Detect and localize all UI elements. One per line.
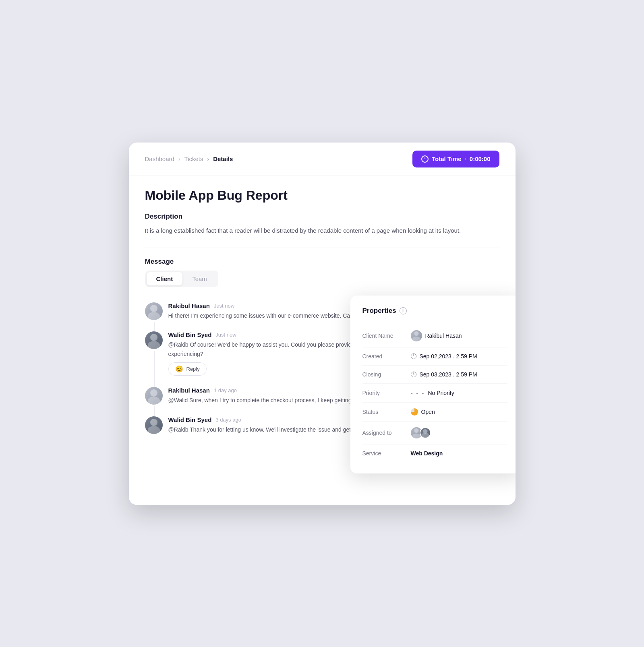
prop-priority-text: No Priority	[428, 390, 454, 396]
reply-label: Reply	[186, 366, 200, 372]
clock-icon	[421, 155, 429, 163]
chat-name-3: Rakibul Hasan	[168, 387, 210, 394]
reply-emoji-icon: 😊	[175, 365, 183, 373]
clock-created-icon	[411, 353, 416, 359]
reply-button[interactable]: 😊 Reply	[168, 362, 207, 376]
chat-name-4: Walid Bin Syed	[168, 416, 212, 423]
total-time-sep: ·	[465, 155, 466, 162]
tab-team[interactable]: Team	[182, 272, 217, 285]
description-text: It is a long established fact that a rea…	[145, 225, 499, 236]
prop-value-created: Sep 02,2023 . 2.59 PM	[411, 353, 477, 360]
prop-created-text: Sep 02,2023 . 2.59 PM	[420, 353, 477, 360]
prop-value-assigned	[411, 427, 431, 438]
chat-time-1: Just now	[214, 303, 234, 309]
prop-label-client-name: Client Name	[362, 333, 411, 339]
total-time-label: Total Time	[432, 155, 462, 162]
property-row-service: Service Web Design	[362, 444, 507, 462]
assigned-avatars	[411, 427, 431, 438]
ticket-title: Mobile App Bug Report	[145, 188, 499, 203]
chat-time-4: 3 days ago	[215, 417, 241, 423]
prop-avatar-rakibul	[411, 330, 422, 341]
prop-status-text: Open	[421, 409, 435, 415]
properties-header: Properties i	[362, 307, 507, 315]
prop-label-status: Status	[362, 409, 411, 415]
prop-service-text: Web Design	[411, 450, 443, 457]
chat-time-3: 1 day ago	[214, 387, 237, 393]
property-row-created: Created Sep 02,2023 . 2.59 PM	[362, 347, 507, 366]
properties-panel: Properties i Client Name Rakibul Hasan C…	[350, 296, 516, 473]
tab-client[interactable]: Client	[147, 272, 183, 285]
prop-value-client-name: Rakibul Hasan	[411, 330, 462, 341]
breadcrumb-dashboard[interactable]: Dashboard	[145, 155, 174, 162]
prop-label-assigned: Assigned to	[362, 430, 411, 436]
main-window: Dashboard › Tickets › Details Total Time…	[129, 143, 516, 505]
prop-client-name-text: Rakibul Hasan	[425, 333, 462, 339]
clock-closing-icon	[411, 372, 416, 377]
property-row-closing: Closing Sep 03,2023 . 2.59 PM	[362, 366, 507, 384]
prop-value-priority: - - - No Priority	[411, 389, 454, 397]
message-tabs: Client Team	[145, 271, 218, 287]
fade-bottom	[129, 473, 516, 505]
breadcrumb-tickets[interactable]: Tickets	[184, 155, 203, 162]
chat-name-2: Walid Bin Syed	[168, 331, 212, 338]
breadcrumb: Dashboard › Tickets › Details	[145, 155, 233, 162]
prop-label-service: Service	[362, 450, 411, 457]
avatar-walid-1	[145, 331, 163, 349]
prop-value-service: Web Design	[411, 450, 443, 457]
prop-label-created: Created	[362, 353, 411, 360]
property-row-priority: Priority - - - No Priority	[362, 384, 507, 403]
property-row-status: Status Open	[362, 403, 507, 422]
status-open-icon	[411, 408, 418, 415]
total-time-button[interactable]: Total Time · 0:00:00	[412, 151, 499, 167]
section-divider	[145, 248, 499, 248]
avatar-walid-2	[145, 416, 163, 434]
prop-value-closing: Sep 03,2023 . 2.59 PM	[411, 371, 477, 378]
message-label: Message	[145, 258, 499, 266]
chat-time-2: Just now	[215, 332, 236, 338]
priority-dashes-icon: - - -	[411, 389, 425, 397]
breadcrumb-bar: Dashboard › Tickets › Details Total Time…	[129, 143, 516, 176]
prop-label-closing: Closing	[362, 371, 411, 378]
breadcrumb-sep-1: ›	[178, 156, 180, 162]
info-icon: i	[400, 307, 407, 314]
chat-name-1: Rakibul Hasan	[168, 302, 210, 309]
prop-label-priority: Priority	[362, 390, 411, 396]
property-row-client-name: Client Name Rakibul Hasan	[362, 325, 507, 347]
prop-closing-text: Sep 03,2023 . 2.59 PM	[420, 371, 477, 378]
properties-title: Properties	[362, 307, 396, 315]
property-row-assigned: Assigned to	[362, 422, 507, 444]
prop-avatar-assigned-2	[420, 427, 431, 438]
avatar-rakibul-2	[145, 387, 163, 405]
description-label: Description	[145, 213, 499, 221]
avatar-rakibul-1	[145, 302, 163, 320]
breadcrumb-sep-2: ›	[207, 156, 209, 162]
total-time-value: 0:00:00	[470, 155, 491, 162]
breadcrumb-details: Details	[213, 155, 233, 162]
prop-value-status: Open	[411, 408, 435, 415]
